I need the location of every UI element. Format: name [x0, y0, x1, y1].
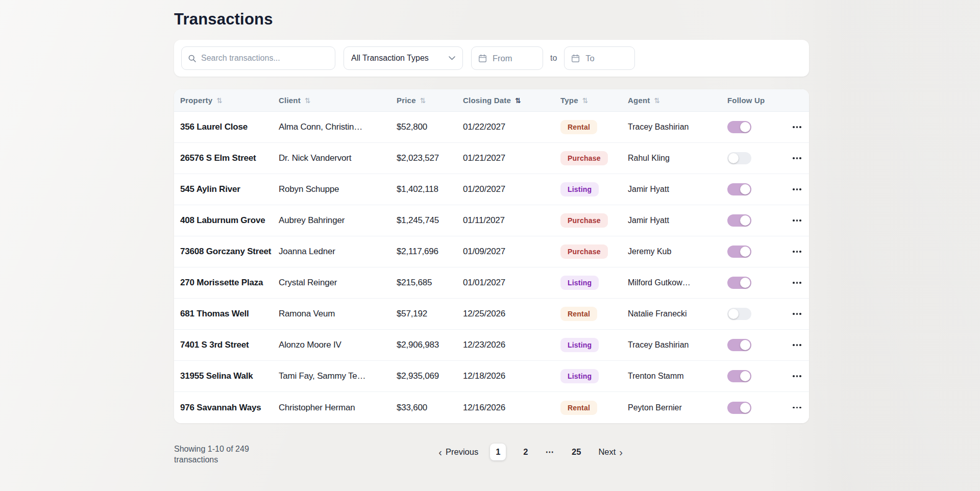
table-header: Property⇅Client⇅Price⇅Closing Date⇅Type⇅… — [174, 89, 809, 112]
ellipsis-icon — [793, 219, 795, 222]
agent-cell: Peyton Bernier — [628, 403, 727, 412]
date-from-input[interactable]: From — [471, 46, 543, 70]
type-cell: Listing — [560, 338, 628, 352]
type-cell: Purchase — [560, 213, 628, 228]
follow-up-toggle[interactable] — [727, 214, 751, 227]
follow-up-toggle[interactable] — [727, 152, 751, 164]
column-header-agent[interactable]: Agent⇅ — [628, 89, 727, 111]
follow-up-toggle[interactable] — [727, 339, 751, 351]
sort-icon: ⇅ — [515, 97, 521, 104]
row-actions-button[interactable] — [792, 279, 802, 287]
client-cell: Tami Fay, Sammy Te… — [279, 371, 397, 381]
actions-cell — [792, 123, 809, 131]
closing-date-cell: 01/21/2027 — [463, 153, 560, 163]
page-title: Transactions — [174, 10, 809, 29]
client-cell: Alma Conn, Christin… — [279, 122, 397, 132]
ellipsis-icon — [793, 126, 795, 128]
column-label: Closing Date — [463, 96, 511, 105]
client-cell: Aubrey Bahringer — [279, 215, 397, 226]
toggle-knob — [740, 184, 750, 194]
column-header-property[interactable]: Property⇅ — [174, 89, 279, 111]
column-header-client[interactable]: Client⇅ — [279, 89, 397, 111]
ellipsis-icon — [796, 313, 798, 315]
page-button-25[interactable]: 25 — [566, 444, 586, 460]
closing-date-cell: 12/25/2026 — [463, 309, 560, 319]
closing-date-cell: 01/11/2027 — [463, 215, 560, 226]
table-row: 26576 S Elm StreetDr. Nick Vandervort$2,… — [174, 143, 809, 174]
next-page-button[interactable]: Next › — [598, 447, 623, 457]
row-actions-button[interactable] — [792, 216, 802, 225]
follow-up-toggle[interactable] — [727, 245, 751, 258]
page-ellipsis: ⋯ — [546, 447, 555, 457]
page-button-1[interactable]: 1 — [490, 444, 506, 460]
calendar-icon — [478, 54, 487, 63]
agent-cell: Tracey Bashirian — [628, 340, 727, 350]
closing-date-cell: 01/22/2027 — [463, 122, 560, 132]
type-cell: Purchase — [560, 151, 628, 165]
column-header-price[interactable]: Price⇅ — [397, 89, 463, 111]
follow-up-toggle[interactable] — [727, 308, 751, 320]
previous-page-button[interactable]: ‹ Previous — [438, 447, 478, 457]
type-badge: Rental — [560, 120, 597, 134]
row-actions-button[interactable] — [792, 154, 802, 162]
actions-cell — [792, 154, 809, 162]
search-input[interactable] — [201, 54, 329, 63]
ellipsis-icon — [796, 126, 798, 128]
follow-up-toggle[interactable] — [727, 277, 751, 289]
row-actions-button[interactable] — [792, 123, 802, 131]
ellipsis-icon — [796, 407, 798, 409]
toggle-knob — [728, 153, 739, 163]
ellipsis-icon — [796, 219, 798, 222]
follow-up-toggle[interactable] — [727, 121, 751, 133]
row-actions-button[interactable] — [792, 310, 802, 318]
ellipsis-icon — [793, 344, 795, 346]
table-row: 356 Laurel CloseAlma Conn, Christin…$52,… — [174, 112, 809, 143]
follow-up-toggle[interactable] — [727, 370, 751, 382]
agent-cell: Tracey Bashirian — [628, 122, 727, 132]
actions-cell — [792, 341, 809, 349]
agent-cell: Trenton Stamm — [628, 372, 727, 381]
type-cell: Rental — [560, 120, 628, 134]
row-actions-button[interactable] — [792, 341, 802, 349]
type-cell: Listing — [560, 276, 628, 290]
ellipsis-icon — [799, 375, 801, 377]
column-header-type[interactable]: Type⇅ — [560, 89, 628, 111]
row-actions-button[interactable] — [792, 404, 802, 412]
transactions-table: Property⇅Client⇅Price⇅Closing Date⇅Type⇅… — [174, 89, 809, 423]
agent-cell: Jamir Hyatt — [628, 185, 727, 194]
type-cell: Listing — [560, 369, 628, 383]
toggle-knob — [740, 371, 750, 381]
date-to-input[interactable]: To — [564, 46, 635, 70]
property-cell: 31955 Selina Walk — [174, 371, 279, 381]
follow-up-toggle[interactable] — [727, 402, 751, 414]
chevron-right-icon: › — [619, 447, 623, 457]
ellipsis-icon — [799, 157, 801, 159]
chevron-left-icon: ‹ — [438, 447, 442, 457]
row-actions-button[interactable] — [792, 372, 802, 380]
previous-label: Previous — [446, 447, 478, 457]
chevron-down-icon — [449, 56, 455, 60]
pager-controls: ‹ Previous 12⋯25 Next › — [438, 444, 623, 460]
follow-up-cell — [727, 183, 792, 195]
closing-date-cell: 01/01/2027 — [463, 278, 560, 288]
follow-up-cell — [727, 370, 792, 382]
transaction-type-select[interactable]: All Transaction Types — [344, 46, 463, 70]
toggle-knob — [740, 215, 750, 226]
column-header-closing-date[interactable]: Closing Date⇅ — [463, 89, 560, 111]
ellipsis-icon — [793, 157, 795, 159]
row-actions-button[interactable] — [792, 185, 802, 193]
follow-up-toggle[interactable] — [727, 183, 751, 195]
row-actions-button[interactable] — [792, 248, 802, 256]
ellipsis-icon — [793, 282, 795, 284]
table-row: 7401 S 3rd StreetAlonzo Moore IV$2,906,9… — [174, 330, 809, 361]
table-body: 356 Laurel CloseAlma Conn, Christin…$52,… — [174, 112, 809, 423]
ellipsis-icon — [796, 375, 798, 377]
property-cell: 356 Laurel Close — [174, 122, 279, 132]
toggle-knob — [740, 247, 750, 257]
ellipsis-icon — [799, 188, 801, 190]
date-to-value: To — [585, 54, 594, 63]
table-row: 545 Aylin RiverRobyn Schuppe$1,402,11801… — [174, 174, 809, 205]
sort-icon: ⇅ — [305, 97, 311, 104]
page-button-2[interactable]: 2 — [518, 444, 533, 460]
property-cell: 408 Laburnum Grove — [174, 215, 279, 226]
